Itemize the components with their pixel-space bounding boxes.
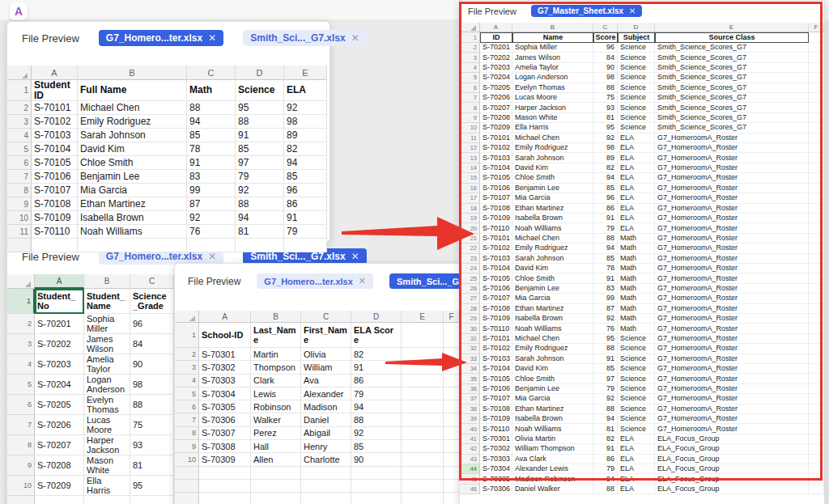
cell[interactable]: 76 [187, 225, 236, 239]
cell[interactable]: Isabella Brown [78, 211, 187, 225]
cell[interactable]: 95 [593, 334, 618, 344]
cell[interactable]: 78 [187, 142, 236, 156]
row-number[interactable]: 3 [175, 361, 199, 374]
cell[interactable]: ELA_Focus_Group [655, 474, 809, 484]
cell[interactable] [809, 173, 824, 183]
cell[interactable]: 78 [593, 264, 618, 273]
cell[interactable]: G7_HomeroomA_Roster [655, 153, 809, 163]
cell[interactable]: Ella Harris [84, 476, 130, 496]
row-number[interactable]: 8 [175, 427, 199, 440]
cell[interactable]: S-70105 [480, 273, 512, 283]
cell[interactable]: 86 [351, 375, 402, 388]
cell[interactable]: S-70110 [480, 324, 512, 333]
cell[interactable]: S-70107 [480, 193, 512, 203]
cell[interactable]: 91 [593, 214, 618, 223]
row-number[interactable]: 9 [460, 113, 480, 123]
cell[interactable]: Science [618, 384, 655, 394]
column-header-C[interactable]: C [187, 66, 236, 80]
cell[interactable]: Martin [251, 348, 301, 361]
cell[interactable] [809, 464, 824, 474]
cell[interactable]: G7_HomeroomA_Roster [655, 193, 809, 203]
cell[interactable]: S-70107 [480, 294, 512, 303]
row-number[interactable]: 1 [7, 80, 32, 101]
cell[interactable] [809, 294, 824, 303]
cell[interactable]: 85 [187, 129, 236, 142]
cell[interactable] [809, 32, 824, 43]
cell[interactable] [444, 480, 460, 493]
cell[interactable] [402, 480, 444, 493]
cell[interactable]: G7_HomeroomA_Roster [655, 143, 809, 153]
cell[interactable] [402, 400, 444, 413]
cell[interactable]: S-70104 [480, 264, 512, 273]
cell[interactable] [809, 354, 824, 364]
cell[interactable]: 94 [236, 211, 284, 225]
cell[interactable]: Daniel [301, 413, 351, 426]
tab-g7-homeroom-roster[interactable]: G7_Homero...ter.xlsx ✕ [257, 273, 373, 289]
cell[interactable] [284, 239, 327, 252]
column-header-C[interactable]: C [593, 23, 618, 32]
cell[interactable]: Subject [618, 32, 655, 43]
row-number[interactable]: 2 [460, 43, 480, 53]
cell[interactable]: 97 [593, 374, 618, 383]
cell[interactable] [809, 43, 824, 53]
cell[interactable]: 96 [284, 184, 327, 197]
cell[interactable]: Noah Williams [512, 223, 593, 233]
cell[interactable]: Chloe Smith [78, 156, 187, 170]
cell[interactable]: Lucas Moore [512, 93, 593, 103]
cell[interactable] [402, 427, 444, 440]
cell[interactable]: S-70105 [480, 173, 512, 183]
cell[interactable]: Science [618, 374, 655, 383]
row-number[interactable]: 43 [460, 455, 480, 464]
row-number[interactable]: 7 [7, 415, 35, 435]
cell[interactable]: S-70110 [480, 223, 512, 233]
row-number[interactable] [175, 467, 199, 480]
cell[interactable]: Isabella Brown [512, 214, 593, 223]
cell[interactable]: Science [618, 344, 655, 354]
cell[interactable]: Math [618, 254, 655, 264]
cell[interactable]: Source Class [655, 32, 809, 43]
cell[interactable] [809, 324, 824, 333]
row-number[interactable]: 5 [460, 73, 480, 83]
row-number[interactable]: 14 [460, 163, 480, 173]
cell[interactable]: G7_HomeroomA_Roster [655, 344, 809, 354]
cell[interactable]: Benjamin Lee [512, 384, 593, 394]
cell[interactable] [444, 467, 460, 480]
row-number[interactable]: 3 [460, 53, 480, 62]
row-number[interactable]: 2 [175, 348, 199, 361]
cell[interactable]: 98 [593, 143, 618, 153]
cell[interactable]: Science [618, 73, 655, 83]
cell[interactable]: 98 [130, 375, 174, 395]
cell[interactable]: Science [618, 123, 655, 133]
row-number[interactable]: 6 [7, 395, 35, 415]
cell[interactable]: ELA [618, 223, 655, 233]
cell[interactable]: Michael Chen [512, 234, 593, 244]
cell[interactable] [351, 480, 402, 493]
cell[interactable]: 92 [593, 394, 618, 404]
cell[interactable]: 96 [593, 43, 618, 53]
cell[interactable] [809, 474, 824, 484]
cell[interactable]: S-70207 [35, 435, 84, 455]
cell[interactable]: Sophia Miller [512, 43, 593, 53]
cell[interactable]: Smith_Science_Scores_G7 [655, 53, 809, 62]
cell[interactable]: S-70108 [480, 404, 512, 414]
cell[interactable]: Clark [251, 375, 301, 388]
row-number[interactable]: 7 [460, 93, 480, 103]
cell[interactable]: S-70104 [480, 364, 512, 374]
cell[interactable] [809, 223, 824, 233]
cell[interactable]: S-70205 [35, 395, 84, 415]
cell[interactable]: ELA [284, 80, 327, 101]
tab-g7-homeroom-roster[interactable]: G7_Homero...ter.xlsx ✕ [99, 30, 223, 46]
select-all-corner[interactable] [7, 274, 35, 289]
cell[interactable]: S-70109 [480, 314, 512, 324]
cell[interactable]: S-70308 [199, 440, 251, 453]
select-all-corner[interactable] [7, 66, 32, 80]
cell[interactable]: G7_HomeroomA_Roster [655, 394, 809, 404]
cell[interactable]: S-70103 [480, 153, 512, 163]
cell[interactable]: Math [618, 244, 655, 253]
cell[interactable]: Michael Chen [78, 101, 187, 115]
cell[interactable]: Amelia Taylor [84, 354, 130, 375]
cell[interactable]: G7_HomeroomA_Roster [655, 324, 809, 333]
cell[interactable]: G7_HomeroomA_Roster [655, 384, 809, 394]
cell[interactable]: Amelia Taylor [512, 63, 593, 73]
cell[interactable]: S-70106 [480, 384, 512, 394]
